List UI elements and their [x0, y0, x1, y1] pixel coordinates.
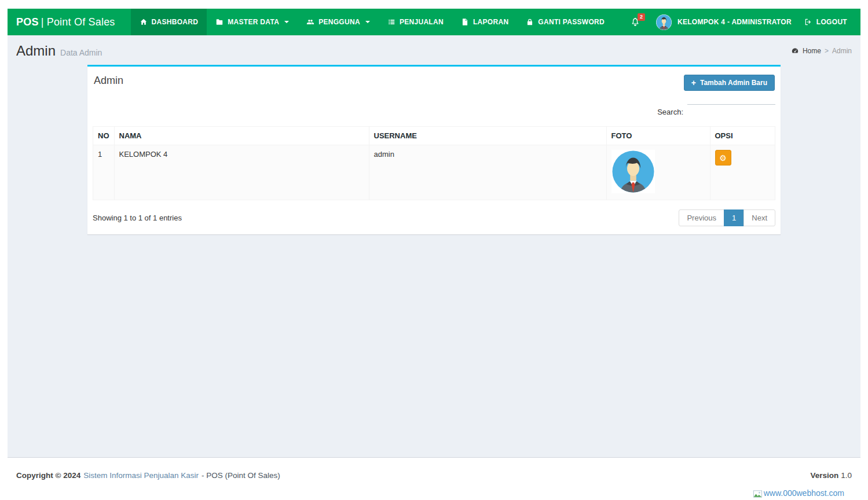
table-row: 1 KELOMPOK 4 admin ⚙: [93, 145, 775, 200]
plus-icon: +: [691, 80, 696, 86]
cell-no: 1: [93, 145, 115, 200]
gear-icon: ⚙: [719, 154, 727, 162]
admin-panel: Admin + Tambah Admin Baru Search: NO NAM…: [87, 65, 781, 234]
caret-down-icon: [365, 21, 370, 23]
footer-app-suffix: - POS (Point Of Sales): [202, 471, 280, 480]
pagination-next[interactable]: Next: [744, 209, 775, 226]
cell-nama: KELOMPOK 4: [114, 145, 369, 200]
breadcrumb-separator: >: [825, 47, 829, 55]
header-opsi[interactable]: OPSI: [710, 127, 775, 145]
footer-copyright: Copyright © 2024Sistem Informasi Penjual…: [16, 471, 280, 480]
nav-item-ganti-password[interactable]: GANTI PASSWORD: [517, 9, 613, 35]
pagination-page-1[interactable]: 1: [724, 209, 744, 226]
logout-label: LOGOUT: [816, 18, 847, 26]
content-wrapper: AdminData Admin Home > Admin Admin + Tam…: [8, 35, 860, 457]
user-name-label[interactable]: KELOMPOK 4 - ADMINISTRATOR: [677, 18, 792, 26]
list-icon: [387, 18, 395, 26]
dashboard-icon: [791, 47, 799, 55]
version-label: Version: [810, 471, 838, 480]
nav-label: GANTI PASSWORD: [538, 18, 605, 26]
nav-item-penjualan[interactable]: PENJUALAN: [379, 9, 452, 35]
copyright-bold: Copyright © 2024: [16, 471, 80, 480]
nav-item-laporan[interactable]: LAPORAN: [452, 9, 517, 35]
page-footer: Copyright © 2024Sistem Informasi Penjual…: [8, 457, 860, 500]
breadcrumb-current: Admin: [832, 47, 852, 55]
nav-label: DASHBOARD: [152, 18, 199, 26]
table-footer: Showing 1 to 1 of 1 entries Previous 1 N…: [93, 209, 775, 226]
add-admin-label: Tambah Admin Baru: [700, 79, 767, 87]
entries-info: Showing 1 to 1 of 1 entries: [93, 214, 182, 222]
caret-down-icon: [284, 21, 289, 23]
nav-label: MASTER DATA: [228, 18, 279, 26]
logout-icon: [804, 18, 812, 26]
man-avatar-image: [611, 150, 655, 193]
brand-logo[interactable]: POS| Point Of Sales: [8, 9, 124, 35]
breadcrumb-home-link[interactable]: Home: [803, 47, 821, 55]
brand-rest: | Point Of Sales: [41, 16, 115, 28]
nav-item-master-data[interactable]: MASTER DATA: [207, 9, 298, 35]
admin-table: NO NAMA USERNAME FOTO OPSI 1 KELOMPOK 4 …: [93, 126, 775, 200]
panel-title: Admin: [94, 75, 775, 87]
nav-item-dashboard[interactable]: DASHBOARD: [131, 9, 207, 35]
users-icon: [306, 18, 314, 26]
nav-label: PENGGUNA: [318, 18, 360, 26]
header-username[interactable]: USERNAME: [369, 127, 606, 145]
header-nama[interactable]: NAMA: [114, 127, 369, 145]
main-menu: DASHBOARD MASTER DATA PENGGUNA PENJUALAN…: [131, 9, 613, 35]
home-icon: [140, 18, 148, 26]
content-header: AdminData Admin Home > Admin: [8, 35, 860, 62]
file-icon: [461, 18, 469, 26]
nav-label: LAPORAN: [473, 18, 508, 26]
cell-username: admin: [369, 145, 606, 200]
notifications-button[interactable]: 2: [631, 17, 640, 27]
table-search: Search:: [93, 104, 775, 119]
watermark-label: www.000webhost.com: [764, 488, 844, 498]
logout-button[interactable]: LOGOUT: [800, 18, 852, 26]
notification-badge: 2: [638, 13, 645, 21]
pagination-previous[interactable]: Previous: [679, 209, 724, 226]
footer-version: Version1.0: [810, 471, 852, 480]
version-value: 1.0: [841, 471, 852, 480]
header-foto[interactable]: FOTO: [606, 127, 710, 145]
options-gear-button[interactable]: ⚙: [715, 150, 731, 166]
folder-icon: [215, 18, 224, 26]
pagination: Previous 1 Next: [679, 209, 775, 226]
page-subtitle: Data Admin: [60, 48, 102, 57]
lock-icon: [526, 18, 534, 26]
webhost-watermark-link[interactable]: www.000webhost.com: [753, 488, 844, 498]
app-window: POS| Point Of Sales DASHBOARD MASTER DAT…: [8, 9, 860, 500]
brand-bold: POS: [16, 16, 39, 28]
cell-opsi: ⚙: [710, 145, 775, 200]
page-title: Admin: [16, 43, 56, 58]
cell-foto: [606, 145, 710, 200]
nav-label: PENJUALAN: [400, 18, 444, 26]
header-no[interactable]: NO: [93, 127, 115, 145]
navbar-right: 2 KELOMPOK 4 - ADMINISTRATOR LOGOUT: [631, 9, 860, 35]
add-admin-button[interactable]: + Tambah Admin Baru: [684, 75, 775, 91]
search-input[interactable]: [687, 104, 775, 119]
breadcrumb: Home > Admin: [791, 47, 852, 55]
search-label: Search:: [657, 108, 683, 116]
user-avatar[interactable]: [656, 14, 672, 30]
broken-image-icon: [753, 490, 762, 498]
footer-app-link[interactable]: Sistem Informasi Penjualan Kasir: [83, 471, 199, 480]
table-header-row: NO NAMA USERNAME FOTO OPSI: [93, 127, 775, 145]
nav-item-pengguna[interactable]: PENGGUNA: [298, 9, 379, 35]
top-navbar: POS| Point Of Sales DASHBOARD MASTER DAT…: [8, 9, 860, 35]
